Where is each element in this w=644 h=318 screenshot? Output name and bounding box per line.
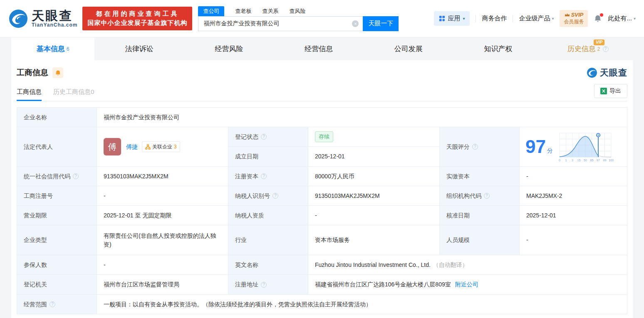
search-button[interactable]: 天眼一下 bbox=[363, 16, 399, 31]
field-label-credit-code: 统一社会信用代码? bbox=[17, 167, 97, 186]
tab-company-development[interactable]: 公司发展 bbox=[364, 37, 453, 60]
tab-legal-lawsuits[interactable]: 法律诉讼 bbox=[94, 37, 184, 60]
tab-history-info[interactable]: VIP 历史信息 2 ? bbox=[543, 37, 633, 60]
business-info-card: 工商信息 天眼查 工商信息 历史工商信息0 bbox=[11, 60, 633, 318]
svip-label-bottom: 会员服务 bbox=[564, 18, 584, 25]
field-value-reg-capital: 80000万人民币 bbox=[308, 167, 440, 186]
field-label-legal-rep: 法定代表人 bbox=[17, 127, 97, 167]
monitor-bell-button[interactable] bbox=[52, 67, 63, 78]
chevron-down-icon: ▾ bbox=[552, 16, 554, 21]
search-tab-relation[interactable]: 查关系 bbox=[262, 6, 278, 16]
export-button[interactable]: 导出 bbox=[594, 84, 627, 98]
tick-label: 0 bbox=[559, 159, 560, 162]
field-value-establish-date: 2025-12-01 bbox=[308, 147, 440, 167]
nearby-companies-link[interactable]: 附近公司 bbox=[455, 280, 478, 289]
tab-label: 历史信息 bbox=[567, 44, 596, 54]
vip-badge: VIP bbox=[594, 39, 604, 45]
notification-bell-button[interactable] bbox=[594, 15, 602, 23]
watermark-text: 天眼查 bbox=[600, 67, 627, 79]
field-value-reg-address: 福建省福州市台江区广达路106号金融大楼八层809室 附近公司 bbox=[308, 275, 627, 295]
tick-label: 100 bbox=[609, 159, 614, 162]
tab-label: 经营风险 bbox=[215, 44, 243, 54]
tianyancha-watermark: 天眼查 bbox=[587, 67, 627, 79]
search-input[interactable] bbox=[198, 16, 363, 31]
help-icon[interactable]: ? bbox=[261, 134, 267, 140]
nav-cooperation[interactable]: 商务合作 bbox=[482, 15, 507, 22]
help-icon[interactable]: ? bbox=[261, 282, 267, 288]
brand-logo[interactable]: 天眼查 TianYanCha.com bbox=[8, 9, 77, 29]
legal-rep-avatar[interactable]: 傅 bbox=[104, 138, 121, 155]
field-label-reg-address: 注册地址? bbox=[228, 275, 308, 295]
tick-label: 50 bbox=[584, 159, 587, 162]
related-companies-badge[interactable]: 关联企业 3 bbox=[142, 141, 180, 152]
help-icon[interactable]: ? bbox=[73, 173, 79, 179]
apps-label: 应用 bbox=[448, 15, 460, 22]
help-icon[interactable]: ? bbox=[603, 46, 609, 52]
account-label: 此处有... bbox=[608, 15, 632, 22]
legal-rep-name-link[interactable]: 傅捷 bbox=[126, 143, 138, 151]
field-value-reg-status: 存续 bbox=[308, 127, 440, 147]
search-tab-risk[interactable]: 查风险 bbox=[289, 6, 305, 16]
search-tab-boss[interactable]: 查老板 bbox=[235, 6, 251, 16]
excel-icon bbox=[600, 88, 607, 94]
field-value-org-code: MAK2J5MX-2 bbox=[520, 186, 627, 206]
field-value-industry: 资本市场服务 bbox=[308, 225, 440, 255]
field-value-tyc-score: 97 分 0 1 3 15 50 85 97 99 bbox=[520, 127, 627, 167]
field-label-tyc-score: 天眼评分? bbox=[440, 127, 520, 167]
help-icon[interactable]: ? bbox=[484, 193, 490, 199]
svip-label-top: SVIP bbox=[571, 12, 584, 18]
search-tab-company[interactable]: 查公司 bbox=[198, 6, 224, 16]
field-label-insured-count: 参保人数 bbox=[17, 255, 97, 275]
account-menu[interactable]: 此处有... ▾ bbox=[608, 15, 636, 22]
apps-menu-button[interactable]: 应用 ▾ bbox=[434, 11, 470, 26]
field-value-company-type: 有限责任公司(非自然人投资或控股的法人独资) bbox=[97, 225, 228, 255]
chevron-down-icon: ▾ bbox=[634, 16, 636, 21]
field-value-insured-count: - bbox=[97, 255, 228, 275]
divider bbox=[513, 15, 513, 22]
apps-grid-icon bbox=[439, 15, 445, 22]
notification-red-dot bbox=[600, 13, 603, 17]
tab-operation-info[interactable]: 经营信息 bbox=[274, 37, 364, 60]
search-clear-icon[interactable]: × bbox=[352, 20, 359, 27]
status-badge: 存续 bbox=[315, 131, 333, 142]
subtab-history-business-info[interactable]: 历史工商信息0 bbox=[53, 84, 94, 101]
search-tabs: 查公司 查老板 查关系 查风险 bbox=[198, 6, 399, 16]
field-value-reg-number: - bbox=[97, 186, 228, 206]
tianyancha-eye-icon bbox=[8, 9, 28, 29]
svip-member-button[interactable]: SVIP 会员服务 bbox=[560, 10, 588, 27]
subtab-business-info[interactable]: 工商信息 bbox=[17, 84, 42, 101]
nav-enterprise[interactable]: 企业级产品 ▾ bbox=[519, 15, 554, 22]
tab-intellectual-property[interactable]: 知识产权 bbox=[453, 37, 543, 60]
field-label-taxpayer-id: 纳税人识别号? bbox=[228, 186, 308, 206]
tab-label: 法律诉讼 bbox=[125, 44, 154, 54]
help-icon[interactable]: ? bbox=[472, 144, 478, 150]
tick-label: 85 bbox=[590, 159, 594, 162]
top-nav: 应用 ▾ 商务合作 企业级产品 ▾ SVIP 会员服务 此处有... bbox=[434, 10, 636, 27]
bell-icon bbox=[55, 70, 61, 76]
field-label-establish-date: 成立日期 bbox=[228, 147, 308, 167]
slogan-line2: 国家中小企业发展子基金旗下机构 bbox=[87, 19, 187, 27]
field-value-reg-authority: 福州市台江区市场监督管理局 bbox=[97, 275, 228, 295]
tianyancha-eye-icon bbox=[587, 67, 597, 78]
business-info-table: 企业名称 福州市金投产业投资有限公司 法定代表人 傅 傅捷 关联企业 3 登记状… bbox=[17, 107, 627, 314]
search-block: 查公司 查老板 查关系 查风险 × 天眼一下 bbox=[198, 6, 399, 31]
field-value-business-scope: 一般项目：以自有资金从事投资活动。（除依法须经批准的项目外，凭营业执照依法自主开… bbox=[97, 295, 627, 314]
field-label-industry: 行业 bbox=[228, 225, 308, 255]
help-icon[interactable]: ? bbox=[261, 173, 267, 179]
brand-domain: TianYanCha.com bbox=[32, 22, 77, 28]
field-value-business-term: 2025-12-01 至 无固定期限 bbox=[97, 206, 228, 225]
field-value-paid-capital: - bbox=[520, 167, 627, 186]
subtab-row: 工商信息 历史工商信息0 导出 bbox=[17, 84, 627, 101]
help-icon[interactable]: ? bbox=[272, 193, 278, 199]
field-value-approval-date: 2025-12-01 bbox=[520, 206, 627, 225]
divider bbox=[476, 15, 476, 22]
tab-label: 经营信息 bbox=[305, 44, 333, 54]
help-icon[interactable]: ? bbox=[50, 301, 55, 307]
field-label-reg-number: 工商注册号 bbox=[17, 186, 97, 206]
export-label: 导出 bbox=[609, 87, 621, 95]
tick-label: 99 bbox=[603, 159, 607, 162]
tab-label: 公司发展 bbox=[394, 44, 423, 54]
tab-operation-risk[interactable]: 经营风险 bbox=[184, 37, 274, 60]
field-label-business-scope: 经营范围? bbox=[17, 295, 97, 314]
tab-basic-info[interactable]: 基本信息 6 bbox=[11, 37, 94, 60]
